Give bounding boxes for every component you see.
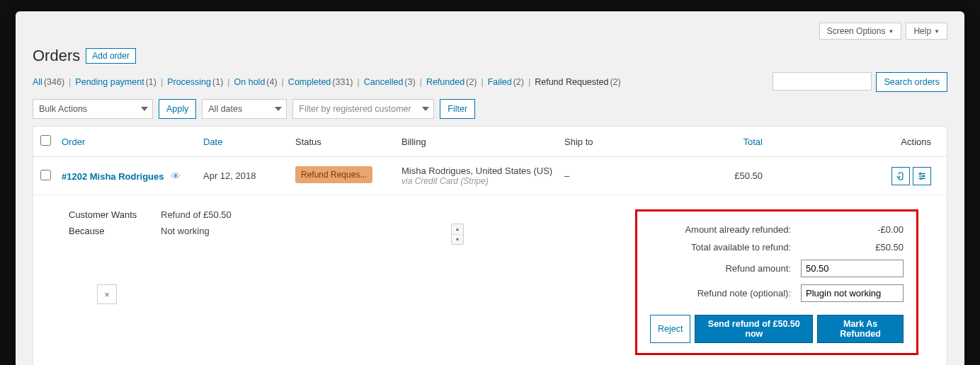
svg-point-4 [923,175,924,176]
orders-page: Screen Options ▼ Help ▼ Orders Add order… [16,11,964,365]
billing-cell: Misha Rodrigues, United States (US) via … [401,166,564,186]
quantity-stepper[interactable]: ▲ ▼ [451,224,464,245]
col-status: Status [295,137,401,147]
action-settings-icon[interactable] [913,167,931,185]
filter-pending[interactable]: Pending payment [75,77,144,87]
chevron-down-icon: ▼ [934,28,940,35]
customer-filter-select[interactable]: Filter by registered customer [292,99,434,119]
svg-point-5 [921,178,922,179]
table-header: Order Date Status Billing Ship to Total … [33,127,947,157]
action-refund-icon[interactable] [891,167,910,185]
dates-select[interactable]: All dates [202,99,287,119]
available-refund-label: Total available to refund: [650,242,791,253]
close-button[interactable]: × [97,284,117,304]
col-total[interactable]: Total [692,137,763,147]
already-refunded-value: -£0.00 [801,224,904,235]
row-checkbox[interactable] [40,170,51,180]
expanded-refund-panel: Customer Wants Refund of £50.50 Because … [33,195,947,365]
order-date: Apr 12, 2018 [203,170,295,181]
table-row: #1202 Misha Rodrigues 👁 Apr 12, 2018 Ref… [33,157,947,195]
screen-options-label: Screen Options [827,26,886,36]
filter-button[interactable]: Filter [440,99,475,119]
help-label: Help [913,26,931,36]
page-heading: Orders Add order [33,47,947,65]
add-order-button[interactable]: Add order [86,48,136,64]
customer-wants-value: Refund of £50.50 [161,209,232,220]
refund-amount-input[interactable] [801,260,904,277]
filter-failed[interactable]: Failed [488,77,512,87]
search-orders-button[interactable]: Search orders [876,72,947,92]
already-refunded-label: Amount already refunded: [650,224,791,235]
col-ship: Ship to [564,137,692,147]
svg-point-3 [920,173,921,174]
bulk-filter-row: Bulk Actions Apply All dates Filter by r… [33,99,947,119]
status-filter-tabs: All (346) | Pending payment (1) | Proces… [33,72,947,92]
because-label: Because [69,226,161,236]
order-link[interactable]: #1202 Misha Rodrigues [62,171,164,182]
filter-processing[interactable]: Processing [167,77,211,87]
send-refund-button[interactable]: Send refund of £50.50 now [695,315,813,343]
col-date[interactable]: Date [203,137,295,147]
filter-all[interactable]: All [33,77,42,87]
total-cell: £50.50 [692,170,763,181]
stepper-up-icon[interactable]: ▲ [452,224,463,235]
reject-button[interactable]: Reject [650,315,690,343]
bulk-actions-select[interactable]: Bulk Actions [33,99,153,119]
apply-button[interactable]: Apply [159,99,196,119]
chevron-down-icon: ▼ [888,28,894,35]
refund-request-details: Customer Wants Refund of £50.50 Because … [40,209,423,355]
filter-cancelled[interactable]: Cancelled [364,77,404,87]
orders-table: Order Date Status Billing Ship to Total … [33,126,947,365]
status-badge: Refund Reques... [295,166,372,183]
page-title: Orders [33,47,80,65]
customer-wants-label: Customer Wants [69,209,161,220]
select-all-checkbox[interactable] [40,135,51,146]
filter-refunded[interactable]: Refunded [426,77,465,87]
available-refund-value: £50.50 [801,242,904,253]
search-input[interactable] [773,72,872,91]
because-value: Not working [161,226,210,236]
ship-cell: – [564,170,692,181]
refund-form: Amount already refunded: -£0.00 Total av… [635,209,918,355]
col-order[interactable]: Order [62,137,203,147]
refund-amount-label: Refund amount: [650,263,791,274]
filter-onhold[interactable]: On hold [234,77,266,87]
top-controls: Screen Options ▼ Help ▼ [33,23,947,40]
filter-refund-requested[interactable]: Refund Requested [535,77,608,87]
billing-method: via Credit Card (Stripe) [401,176,564,186]
stepper-down-icon[interactable]: ▼ [452,235,463,245]
filter-completed[interactable]: Completed [288,77,331,87]
screen-options-button[interactable]: Screen Options ▼ [819,23,902,40]
eye-icon[interactable]: 👁 [171,170,181,182]
help-button[interactable]: Help ▼ [906,23,947,40]
col-actions: Actions [763,137,940,147]
billing-name: Misha Rodrigues, United States (US) [401,166,564,176]
mark-refunded-button[interactable]: Mark As Refunded [817,315,904,343]
refund-note-label: Refund note (optional): [650,288,791,299]
refund-note-input[interactable] [801,284,904,302]
col-billing: Billing [401,137,564,147]
